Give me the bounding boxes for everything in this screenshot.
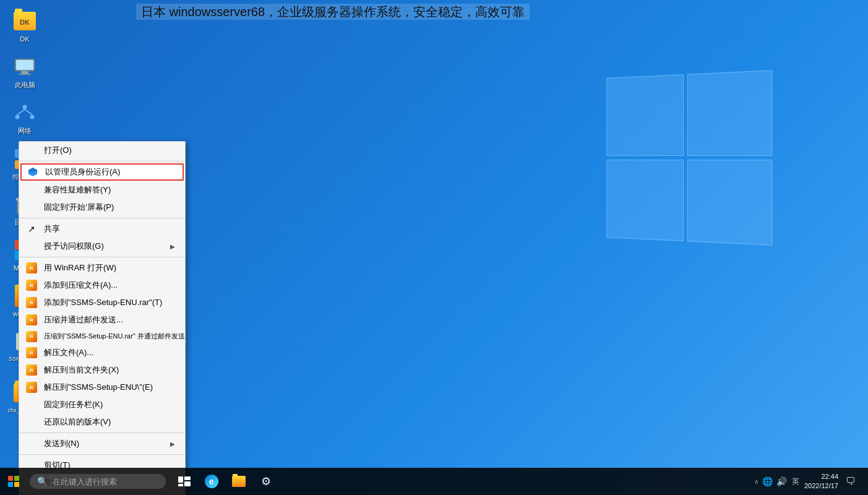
context-menu: 打开(O) 以管理员身份运行(A) 兼容性疑难解答(Y) 固定到'开始'屏幕(P… — [19, 141, 186, 495]
svg-line-7 — [17, 110, 25, 114]
context-menu-extract-here[interactable]: R 解压到当前文件夹(X) — [19, 361, 185, 379]
desktop: 日本 windowsserver68，企业级服务器操作系统，安全稳定，高效可靠 … — [0, 0, 868, 495]
win-pane-4 — [687, 160, 772, 246]
svg-rect-2 — [21, 71, 28, 74]
context-menu-add-archive-label: 添加到压缩文件(A)... — [44, 280, 118, 291]
context-menu-compress-ssms-email[interactable]: R 压缩到"SSMS-Setup-ENU.rar" 并通过邮件发送 — [19, 329, 185, 344]
context-menu-share[interactable]: ↗ 共享 — [19, 220, 185, 238]
separator-0 — [19, 161, 185, 161]
separator-3 — [19, 433, 185, 433]
desktop-icon-network-label: 网络 — [18, 127, 32, 135]
context-menu-compress-email[interactable]: R 压缩并通过邮件发送... — [19, 311, 185, 329]
context-menu-add-to-archive[interactable]: R 添加到压缩文件(A)... — [19, 277, 185, 294]
tray-chevron-icon[interactable]: ∧ — [754, 478, 758, 485]
winrar-icon-5: R — [25, 330, 38, 343]
win-pane-2 — [687, 70, 772, 156]
system-tray: ∧ 🌐 🔊 英 22:44 2022/12/17 🗨 — [754, 468, 868, 495]
context-menu-run-as-admin-label: 以管理员身份运行(A) — [45, 166, 120, 178]
shield-icon — [28, 166, 40, 178]
search-icon: 🔍 — [37, 476, 48, 486]
context-menu-extract-to-folder[interactable]: R 解压到"SSMS-Setup-ENU\"(E) — [19, 379, 185, 396]
notification-icon: 🗨 — [846, 476, 856, 487]
context-menu-extract-here-label: 解压到当前文件夹(X) — [44, 364, 119, 376]
context-menu-compatibility-label: 兼容性疑难解答(Y) — [44, 184, 111, 196]
task-view-button[interactable] — [171, 468, 198, 495]
desktop-icon-this-pc[interactable]: 此电脑 — [3, 52, 46, 92]
context-menu-add-to-ssms-rar[interactable]: R 添加到"SSMS-Setup-ENU.rar"(T) — [19, 294, 185, 311]
banner-text: 日本 windowsserver68，企业级服务器操作系统，安全稳定，高效可靠 — [136, 4, 530, 20]
notification-button[interactable]: 🗨 — [838, 468, 863, 495]
edge-icon: e — [205, 475, 218, 488]
desktop-icon-this-pc-label: 此电脑 — [15, 81, 35, 89]
arrow-icon: ▶ — [170, 243, 175, 250]
top-banner: 日本 windowsserver68，企业级服务器操作系统，安全稳定，高效可靠 — [124, 0, 868, 24]
context-menu-pin-start-label: 固定到'开始'屏幕(P) — [44, 202, 114, 213]
context-menu-grant-access[interactable]: 授予访问权限(G) ▶ — [19, 238, 185, 255]
context-menu-extract-files-label: 解压文件(A)... — [44, 347, 93, 358]
separator-4 — [19, 454, 185, 455]
language-indicator[interactable]: 英 — [792, 476, 799, 487]
winrar-icon-6: R — [25, 346, 38, 359]
volume-tray-icon[interactable]: 🔊 — [776, 476, 787, 486]
network-tray-icon[interactable]: 🌐 — [762, 476, 773, 486]
arrow-icon-2: ▶ — [170, 441, 175, 447]
edge-button[interactable]: e — [198, 468, 225, 495]
settings-icon: ⚙ — [261, 475, 271, 488]
context-menu-open[interactable]: 打开(O) — [19, 142, 185, 159]
taskbar: 🔍 e ⚙ ∧ — [0, 468, 868, 495]
context-menu-grant-access-label: 授予访问权限(G) — [44, 241, 104, 252]
clock-date: 2022/12/17 — [804, 481, 838, 491]
svg-rect-3 — [19, 74, 31, 75]
context-menu-compress-ssms-email-label: 压缩到"SSMS-Setup-ENU.rar" 并通过邮件发送 — [44, 332, 185, 341]
svg-point-6 — [30, 114, 35, 119]
win-pane-1 — [606, 74, 684, 156]
start-icon — [8, 476, 19, 487]
context-menu-restore-previous[interactable]: 还原以前的版本(V) — [19, 413, 185, 431]
context-menu-pin-start[interactable]: 固定到'开始'屏幕(P) — [19, 199, 185, 216]
context-menu-pin-taskbar[interactable]: 固定到任务栏(K) — [19, 396, 185, 413]
svg-line-8 — [25, 110, 32, 114]
settings-button[interactable]: ⚙ — [252, 468, 280, 495]
taskbar-search-box[interactable]: 🔍 — [30, 474, 166, 489]
context-menu-send-to-label: 发送到(N) — [44, 438, 79, 449]
winrar-icon-8: R — [25, 381, 38, 394]
context-menu-pin-taskbar-label: 固定到任务栏(K) — [44, 399, 103, 410]
context-menu-open-label: 打开(O) — [44, 145, 72, 156]
context-menu-restore-prev-label: 还原以前的版本(V) — [44, 416, 111, 428]
desktop-icon-dk-label: DK — [20, 35, 29, 43]
context-menu-add-ssms-rar-label: 添加到"SSMS-Setup-ENU.rar"(T) — [44, 297, 162, 308]
win-pane-3 — [606, 160, 684, 241]
svg-point-4 — [22, 105, 27, 110]
windows-logo — [602, 74, 769, 241]
desktop-icon-network[interactable]: 网络 — [3, 98, 46, 137]
winrar-icon-7: R — [25, 364, 38, 376]
context-menu-open-with-winrar[interactable]: R 用 WinRAR 打开(W) — [19, 259, 185, 277]
clock[interactable]: 22:44 2022/12/17 — [804, 472, 838, 491]
context-menu-extract-folder-label: 解压到"SSMS-Setup-ENU\"(E) — [44, 382, 153, 393]
file-explorer-button[interactable] — [225, 468, 252, 495]
svg-rect-1 — [16, 60, 33, 70]
context-menu-compress-email-label: 压缩并通过邮件发送... — [44, 314, 123, 325]
start-button[interactable] — [0, 468, 27, 495]
context-menu-send-to[interactable]: 发送到(N) ▶ — [19, 435, 185, 452]
computer-icon — [14, 58, 36, 76]
winrar-icon-3: R — [25, 296, 38, 309]
winrar-icon-4: R — [25, 314, 38, 326]
tray-icons-area: 🌐 🔊 — [762, 476, 787, 486]
separator-1 — [19, 218, 185, 218]
search-input[interactable] — [53, 477, 158, 486]
context-menu-run-as-admin[interactable]: 以管理员身份运行(A) — [20, 163, 184, 181]
taskbar-pinned-apps: e ⚙ — [171, 468, 280, 495]
clock-time: 22:44 — [821, 472, 838, 481]
separator-2 — [19, 257, 185, 257]
svg-point-5 — [15, 114, 20, 119]
context-menu-extract-files[interactable]: R 解压文件(A)... — [19, 344, 185, 361]
task-view-icon — [178, 476, 191, 486]
context-menu-open-winrar-label: 用 WinRAR 打开(W) — [44, 262, 116, 273]
network-icon — [14, 103, 36, 122]
winrar-icon-1: R — [25, 262, 38, 274]
desktop-icon-dk[interactable]: DK DK — [3, 6, 46, 46]
context-menu-share-label: 共享 — [44, 223, 60, 235]
context-menu-compatibility[interactable]: 兼容性疑难解答(Y) — [19, 181, 185, 199]
file-explorer-icon — [232, 476, 246, 487]
